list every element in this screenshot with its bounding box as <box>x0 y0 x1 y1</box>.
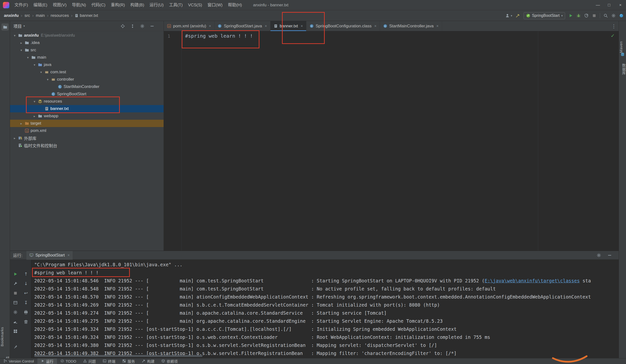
hide-panel-button[interactable] <box>150 24 154 28</box>
status-item-依赖项[interactable]: 依赖项 <box>158 358 181 364</box>
editor-body[interactable]: 1 #spring web learn ! ! ! ✓ <box>164 31 619 251</box>
menu-工具(T)[interactable]: 工具(T) <box>166 0 185 10</box>
menu-帮助(H)[interactable]: 帮助(H) <box>225 0 245 10</box>
database-stripe-button[interactable]: 数据库 <box>619 58 626 80</box>
editor-tab-SpringBootStart.java[interactable]: CSpringBootStart.java× <box>214 21 270 31</box>
pin-tab-button[interactable] <box>10 342 21 351</box>
restore-layout-button[interactable] <box>10 298 21 307</box>
tree-item-target[interactable]: ▸target <box>10 120 164 127</box>
console-horizontal-scrollbar[interactable] <box>34 355 202 357</box>
tree-item-临时文件和控制台[interactable]: 临时文件和控制台 <box>10 142 164 149</box>
minimize-button[interactable]: — <box>592 0 603 10</box>
inspections-ok-icon[interactable]: ✓ <box>611 33 615 39</box>
close-icon[interactable]: × <box>265 24 267 28</box>
status-item-服务[interactable]: 服务 <box>119 358 138 364</box>
chevron-down-icon[interactable]: ▾ <box>32 63 37 67</box>
tree-item-StartMainController[interactable]: CStartMainController <box>10 83 164 90</box>
chevron-right-icon[interactable]: ▸ <box>32 114 37 118</box>
user-icon[interactable] <box>505 13 509 18</box>
scroll-to-end-button[interactable]: ↧ <box>21 298 31 307</box>
menu-编辑(E)[interactable]: 编辑(E) <box>31 0 50 10</box>
breadcrumb-src[interactable]: src <box>24 13 30 18</box>
menu-代码(C)[interactable]: 代码(C) <box>89 0 108 10</box>
console-file-link[interactable]: E:\java\web\anxinfu\target\classes <box>485 278 580 283</box>
tree-item-外部库[interactable]: ▸外部库 <box>10 134 164 142</box>
stop-button[interactable] <box>10 288 21 298</box>
project-stripe-button[interactable] <box>1 24 8 31</box>
rerun-button[interactable] <box>10 269 21 279</box>
chevron-down-icon[interactable]: ▾ <box>12 34 17 37</box>
breadcrumb-banner.txt[interactable]: banner.txt <box>75 13 98 18</box>
menu-视图(V)[interactable]: 视图(V) <box>50 0 69 10</box>
search-icon[interactable] <box>603 13 608 18</box>
more-tabs-icon[interactable]: ⋮ <box>611 21 616 31</box>
layout-grid-button[interactable] <box>10 326 21 336</box>
close-icon[interactable]: × <box>374 24 376 28</box>
status-item-Version Control[interactable]: Version Control <box>0 358 38 364</box>
tree-item-main[interactable]: ▾main <box>10 54 164 61</box>
tree-item-com.test[interactable]: ▾com.test <box>10 68 164 76</box>
locate-file-button[interactable] <box>120 24 125 28</box>
menu-构建(B)[interactable]: 构建(B) <box>128 0 147 10</box>
status-item-运行[interactable]: 运行 <box>38 358 57 364</box>
menu-重构(R)[interactable]: 重构(R) <box>108 0 128 10</box>
close-icon[interactable]: × <box>209 24 211 28</box>
build-hammer-icon[interactable] <box>516 13 520 18</box>
breadcrumb-resources[interactable]: resources <box>51 13 69 18</box>
menu-窗口(W)[interactable]: 窗口(W) <box>205 0 225 10</box>
tree-item-src[interactable]: ▾src <box>10 46 164 54</box>
tree-item-java[interactable]: ▾java <box>10 61 164 68</box>
tree-item-anxinfu[interactable]: ▾anxinfuE:\java\web\anxinfu <box>10 32 164 39</box>
status-item-终端[interactable]: 终端 <box>99 358 119 364</box>
run-settings-gear-icon[interactable] <box>597 253 601 258</box>
tree-item-controller[interactable]: ▾controller <box>10 76 164 83</box>
debug-button[interactable] <box>576 13 581 18</box>
console-settings-button[interactable] <box>10 307 21 317</box>
chevron-right-icon[interactable]: ▸ <box>12 136 17 140</box>
clear-all-button[interactable] <box>21 317 31 326</box>
panel-settings-gear-icon[interactable] <box>140 24 145 28</box>
status-item-构建[interactable]: 构建 <box>138 358 158 364</box>
tree-item-webapp[interactable]: ▸webapp <box>10 112 164 120</box>
down-stack-trace-button[interactable]: ↓ <box>21 279 31 288</box>
collapse-all-button[interactable] <box>130 24 135 28</box>
soft-wrap-button[interactable]: ↩ <box>21 288 31 298</box>
status-item-问题[interactable]: 问题 <box>80 358 99 364</box>
run-console-tab[interactable]: SpringBootStart × <box>26 251 73 260</box>
chevron-down-icon[interactable]: ▾ <box>39 70 44 74</box>
hide-run-panel-button[interactable] <box>607 253 612 258</box>
bookmarks-stripe-button[interactable]: Bookmarks <box>0 323 10 350</box>
menu-VCS(S)[interactable]: VCS(S) <box>185 0 205 10</box>
tree-item-.idea[interactable]: ▸.idea <box>10 39 164 46</box>
chevron-right-icon[interactable]: ▸ <box>19 41 24 45</box>
menu-文件(F)[interactable]: 文件(F) <box>12 0 31 10</box>
close-button[interactable]: × <box>615 0 626 10</box>
edit-configuration-button[interactable] <box>10 279 21 288</box>
print-button[interactable] <box>21 307 31 317</box>
clear-output-button[interactable] <box>10 317 21 326</box>
stop-button[interactable] <box>592 13 596 18</box>
close-icon[interactable]: × <box>436 24 438 28</box>
status-item-TODO[interactable]: TODO <box>57 358 80 364</box>
menu-运行(U)[interactable]: 运行(U) <box>147 0 166 10</box>
coverage-button[interactable] <box>584 13 588 18</box>
maximize-button[interactable]: □ <box>603 0 615 10</box>
project-panel-title[interactable]: 项目 <box>13 23 22 29</box>
run-button[interactable] <box>569 13 573 18</box>
chevron-down-icon[interactable]: ▾ <box>45 78 50 81</box>
database-icon[interactable] <box>620 52 625 57</box>
editor-tab-pom.xml (anxinfu)[interactable]: mpom.xml (anxinfu)× <box>164 21 214 31</box>
menu-导航(N)[interactable]: 导航(N) <box>69 0 89 10</box>
settings-gear-icon[interactable] <box>611 13 616 18</box>
close-icon[interactable]: × <box>68 253 70 258</box>
chevron-down-icon[interactable]: ▾ <box>19 48 24 52</box>
breadcrumb-anxinfu[interactable]: anxinfu <box>4 13 19 18</box>
breadcrumb-main[interactable]: main <box>36 13 45 18</box>
tree-item-pom.xml[interactable]: mpom.xml <box>10 127 164 134</box>
chevron-down-icon[interactable]: ▾ <box>25 56 31 59</box>
up-stack-trace-button[interactable]: ↑ <box>21 269 31 279</box>
chevron-right-icon[interactable]: ▸ <box>19 122 24 125</box>
notification-icon[interactable] <box>619 13 624 18</box>
editor-tab-StartMainController.java[interactable]: CStartMainController.java× <box>380 21 442 31</box>
run-config-select[interactable]: SpringBootStart ▾ <box>524 12 565 19</box>
